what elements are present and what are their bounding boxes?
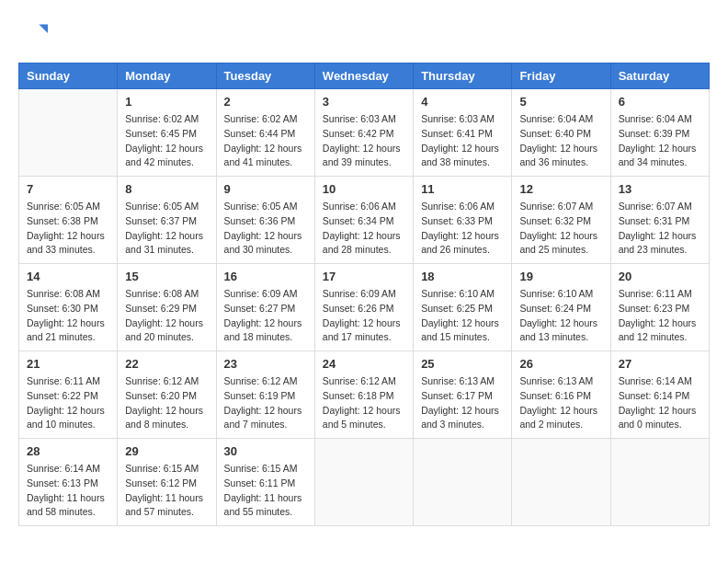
calendar-cell: 15Sunrise: 6:08 AM Sunset: 6:29 PM Dayli…: [118, 264, 216, 351]
day-number: 28: [27, 444, 109, 458]
day-number: 20: [619, 270, 701, 283]
svg-marker-0: [39, 24, 48, 33]
day-of-week-header: Thursday: [414, 63, 512, 89]
calendar-cell: 18Sunrise: 6:10 AM Sunset: 6:25 PM Dayli…: [414, 264, 512, 351]
calendar-cell: 13Sunrise: 6:07 AM Sunset: 6:31 PM Dayli…: [610, 177, 709, 264]
calendar-cell: 28Sunrise: 6:14 AM Sunset: 6:13 PM Dayli…: [19, 439, 118, 526]
calendar-cell: 30Sunrise: 6:15 AM Sunset: 6:11 PM Dayli…: [216, 439, 314, 526]
calendar-cell: [414, 439, 512, 526]
day-info: Sunrise: 6:14 AM Sunset: 6:14 PM Dayligh…: [619, 374, 701, 432]
calendar-cell: 21Sunrise: 6:11 AM Sunset: 6:22 PM Dayli…: [19, 351, 118, 439]
calendar-cell: 22Sunrise: 6:12 AM Sunset: 6:20 PM Dayli…: [118, 351, 216, 439]
day-info: Sunrise: 6:05 AM Sunset: 6:36 PM Dayligh…: [224, 200, 307, 258]
day-number: 17: [323, 270, 405, 283]
day-number: 4: [421, 95, 504, 109]
day-info: Sunrise: 6:12 AM Sunset: 6:19 PM Dayligh…: [224, 374, 307, 432]
logo: [18, 18, 51, 48]
day-info: Sunrise: 6:04 AM Sunset: 6:39 PM Dayligh…: [619, 112, 701, 170]
calendar-cell: [610, 439, 709, 526]
day-info: Sunrise: 6:08 AM Sunset: 6:30 PM Dayligh…: [27, 287, 109, 345]
calendar-table: SundayMondayTuesdayWednesdayThursdayFrid…: [18, 63, 710, 526]
calendar-cell: 26Sunrise: 6:13 AM Sunset: 6:16 PM Dayli…: [512, 351, 610, 439]
day-info: Sunrise: 6:04 AM Sunset: 6:40 PM Dayligh…: [519, 112, 602, 170]
calendar-cell: 11Sunrise: 6:06 AM Sunset: 6:33 PM Dayli…: [414, 177, 512, 264]
calendar-week-row: 14Sunrise: 6:08 AM Sunset: 6:30 PM Dayli…: [19, 264, 710, 351]
calendar-cell: 10Sunrise: 6:06 AM Sunset: 6:34 PM Dayli…: [314, 177, 413, 264]
calendar-cell: 9Sunrise: 6:05 AM Sunset: 6:36 PM Daylig…: [216, 177, 314, 264]
day-number: 16: [224, 270, 307, 283]
calendar-cell: 16Sunrise: 6:09 AM Sunset: 6:27 PM Dayli…: [216, 264, 314, 351]
calendar-cell: 27Sunrise: 6:14 AM Sunset: 6:14 PM Dayli…: [610, 351, 709, 439]
page-header: [18, 18, 710, 48]
day-info: Sunrise: 6:02 AM Sunset: 6:44 PM Dayligh…: [224, 112, 307, 170]
calendar-cell: 29Sunrise: 6:15 AM Sunset: 6:12 PM Dayli…: [118, 439, 216, 526]
day-of-week-header: Sunday: [19, 63, 118, 89]
logo-icon: [18, 18, 48, 48]
day-number: 15: [125, 270, 208, 283]
calendar-week-row: 28Sunrise: 6:14 AM Sunset: 6:13 PM Dayli…: [19, 439, 710, 526]
calendar-week-row: 21Sunrise: 6:11 AM Sunset: 6:22 PM Dayli…: [19, 351, 710, 439]
day-info: Sunrise: 6:05 AM Sunset: 6:38 PM Dayligh…: [27, 200, 109, 258]
calendar-cell: 14Sunrise: 6:08 AM Sunset: 6:30 PM Dayli…: [19, 264, 118, 351]
day-number: 24: [323, 357, 405, 371]
day-of-week-header: Friday: [512, 63, 610, 89]
calendar-cell: 17Sunrise: 6:09 AM Sunset: 6:26 PM Dayli…: [314, 264, 413, 351]
day-info: Sunrise: 6:09 AM Sunset: 6:27 PM Dayligh…: [224, 287, 307, 345]
day-number: 9: [224, 182, 307, 196]
day-info: Sunrise: 6:13 AM Sunset: 6:16 PM Dayligh…: [519, 374, 602, 432]
day-info: Sunrise: 6:11 AM Sunset: 6:22 PM Dayligh…: [27, 374, 109, 432]
day-info: Sunrise: 6:03 AM Sunset: 6:41 PM Dayligh…: [421, 112, 504, 170]
day-number: 29: [125, 444, 208, 458]
calendar-cell: 7Sunrise: 6:05 AM Sunset: 6:38 PM Daylig…: [19, 177, 118, 264]
calendar-cell: 25Sunrise: 6:13 AM Sunset: 6:17 PM Dayli…: [414, 351, 512, 439]
day-info: Sunrise: 6:05 AM Sunset: 6:37 PM Dayligh…: [125, 200, 208, 258]
header-row: SundayMondayTuesdayWednesdayThursdayFrid…: [19, 63, 710, 89]
calendar-cell: [512, 439, 610, 526]
calendar-cell: [19, 89, 118, 177]
day-info: Sunrise: 6:12 AM Sunset: 6:18 PM Dayligh…: [323, 374, 405, 432]
day-number: 3: [323, 95, 405, 109]
day-number: 2: [224, 95, 307, 109]
day-of-week-header: Tuesday: [216, 63, 314, 89]
calendar-cell: 23Sunrise: 6:12 AM Sunset: 6:19 PM Dayli…: [216, 351, 314, 439]
day-info: Sunrise: 6:15 AM Sunset: 6:11 PM Dayligh…: [224, 462, 307, 520]
calendar-cell: 2Sunrise: 6:02 AM Sunset: 6:44 PM Daylig…: [216, 89, 314, 177]
day-number: 7: [27, 182, 109, 196]
day-number: 22: [125, 357, 208, 371]
day-info: Sunrise: 6:06 AM Sunset: 6:33 PM Dayligh…: [421, 200, 504, 258]
calendar-cell: 24Sunrise: 6:12 AM Sunset: 6:18 PM Dayli…: [314, 351, 413, 439]
day-number: 18: [421, 270, 504, 283]
day-info: Sunrise: 6:02 AM Sunset: 6:45 PM Dayligh…: [125, 112, 208, 170]
day-number: 19: [519, 270, 602, 283]
day-number: 5: [519, 95, 602, 109]
day-info: Sunrise: 6:09 AM Sunset: 6:26 PM Dayligh…: [323, 287, 405, 345]
day-number: 6: [619, 95, 701, 109]
day-number: 8: [125, 182, 208, 196]
calendar-cell: 20Sunrise: 6:11 AM Sunset: 6:23 PM Dayli…: [610, 264, 709, 351]
day-of-week-header: Wednesday: [314, 63, 413, 89]
calendar-cell: 1Sunrise: 6:02 AM Sunset: 6:45 PM Daylig…: [118, 89, 216, 177]
day-info: Sunrise: 6:10 AM Sunset: 6:25 PM Dayligh…: [421, 287, 504, 345]
calendar-cell: 19Sunrise: 6:10 AM Sunset: 6:24 PM Dayli…: [512, 264, 610, 351]
day-number: 13: [619, 182, 701, 196]
day-of-week-header: Monday: [118, 63, 216, 89]
calendar-cell: 6Sunrise: 6:04 AM Sunset: 6:39 PM Daylig…: [610, 89, 709, 177]
calendar-cell: 8Sunrise: 6:05 AM Sunset: 6:37 PM Daylig…: [118, 177, 216, 264]
calendar-cell: 4Sunrise: 6:03 AM Sunset: 6:41 PM Daylig…: [414, 89, 512, 177]
day-info: Sunrise: 6:06 AM Sunset: 6:34 PM Dayligh…: [323, 200, 405, 258]
day-number: 11: [421, 182, 504, 196]
calendar-cell: 12Sunrise: 6:07 AM Sunset: 6:32 PM Dayli…: [512, 177, 610, 264]
day-number: 27: [619, 357, 701, 371]
day-info: Sunrise: 6:03 AM Sunset: 6:42 PM Dayligh…: [323, 112, 405, 170]
day-number: 1: [125, 95, 208, 109]
day-info: Sunrise: 6:10 AM Sunset: 6:24 PM Dayligh…: [519, 287, 602, 345]
day-number: 21: [27, 357, 109, 371]
day-info: Sunrise: 6:07 AM Sunset: 6:31 PM Dayligh…: [619, 200, 701, 258]
day-number: 25: [421, 357, 504, 371]
day-info: Sunrise: 6:07 AM Sunset: 6:32 PM Dayligh…: [519, 200, 602, 258]
day-number: 14: [27, 270, 109, 283]
calendar-cell: [314, 439, 413, 526]
day-info: Sunrise: 6:14 AM Sunset: 6:13 PM Dayligh…: [27, 462, 109, 520]
day-info: Sunrise: 6:08 AM Sunset: 6:29 PM Dayligh…: [125, 287, 208, 345]
day-info: Sunrise: 6:12 AM Sunset: 6:20 PM Dayligh…: [125, 374, 208, 432]
